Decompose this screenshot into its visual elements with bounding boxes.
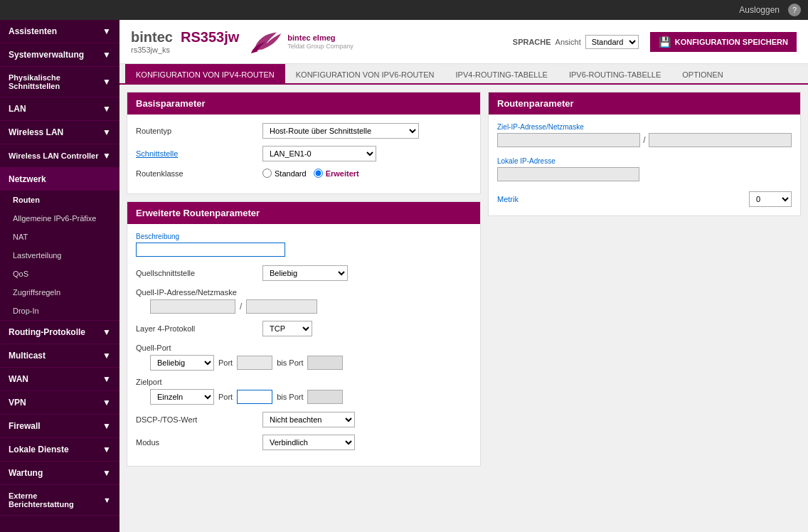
quellschnittstelle-row: Quellschnittstelle Beliebig LAN_EN1-0 WA… [136, 265, 472, 281]
tab-optionen[interactable]: OPTIONEN [671, 64, 733, 85]
basisparameter-body: Routentyp Host-Route über Schnittstelle … [127, 115, 480, 193]
quell-mask-input[interactable]: 0.0.0.0 [246, 299, 317, 314]
sidebar-section-systemverwaltung: Systemverwaltung ▼ [0, 43, 119, 67]
sidebar-section-assistenten: Assistenten ▼ [0, 20, 119, 43]
quellschnittstelle-select[interactable]: Beliebig LAN_EN1-0 WAN [262, 265, 348, 281]
schnittstelle-control: LAN_EN1-0 LAN_EN1-1 WAN [262, 146, 472, 161]
tab-bar: KONFIGURATION VON IPV4-ROUTEN KONFIGURAT… [119, 64, 808, 85]
routenklasse-erweitert-option: Erweitert [314, 169, 359, 178]
sidebar-item-vpn[interactable]: VPN ▼ [0, 391, 119, 414]
arrow-icon: ▼ [103, 496, 111, 504]
metrik-select[interactable]: 0 1 2 [749, 191, 792, 207]
save-button[interactable]: 💾 KONFIGURATION SPEICHERN [650, 32, 797, 52]
help-button[interactable]: ? [788, 4, 801, 16]
routentyp-control: Host-Route über Schnittstelle Netzwerk-R… [262, 123, 472, 139]
zielport-label: Zielport [136, 378, 257, 386]
sidebar-section-netzwerk: Netzwerk Routen Allgemeine IPv6-Präfixe … [0, 168, 119, 321]
sidebar-sub-zugriffsregeln[interactable]: Zugriffsregeln [0, 283, 119, 302]
routentyp-select[interactable]: Host-Route über Schnittstelle Netzwerk-R… [262, 123, 419, 139]
zielport-bis-input[interactable]: -1 [307, 390, 343, 404]
arrow-icon: ▼ [102, 50, 111, 60]
arrow-icon: ▼ [102, 26, 111, 36]
sidebar-section-physikalische: Physikalische Schnittstellen ▼ [0, 67, 119, 97]
quell-port-label: Quell-Port [136, 344, 257, 352]
routenparameter-panel: Routenparameter Ziel-IP-Adresse/Netzmask… [488, 92, 801, 216]
ansicht-select[interactable]: Standard [585, 35, 639, 49]
sidebar-sub-qos[interactable]: QoS [0, 265, 119, 283]
sidebar-section-lokale: Lokale Dienste ▼ [0, 438, 119, 462]
lokale-ip-label: Lokale IP-Adresse [497, 157, 792, 165]
sidebar-item-multicast[interactable]: Multicast ▼ [0, 344, 119, 367]
tab-ipv4-routen[interactable]: KONFIGURATION VON IPV4-ROUTEN [125, 64, 285, 85]
tab-ipv4-tabelle[interactable]: IPV4-ROUTING-TABELLE [445, 64, 558, 85]
content-area: bintec RS353jw rs353jw_ks bintec elmeg T… [119, 20, 808, 532]
routentyp-row: Routentyp Host-Route über Schnittstelle … [136, 123, 472, 139]
routentyp-label: Routentyp [136, 127, 257, 135]
logo-text: bintec elmeg [287, 33, 354, 43]
arrow-icon: ▼ [102, 77, 111, 87]
sidebar-item-lan[interactable]: LAN ▼ [0, 97, 119, 120]
dscp-label: DSCP-/TOS-Wert [136, 415, 257, 424]
layer4-row: Layer 4-Protokoll TCP UDP Beliebig [136, 321, 472, 336]
schnittstelle-select[interactable]: LAN_EN1-0 LAN_EN1-1 WAN [262, 146, 376, 161]
sidebar-item-firewall[interactable]: Firewall ▼ [0, 415, 119, 437]
dscp-row: DSCP-/TOS-Wert Nicht beachten AF11 AF12 [136, 412, 472, 427]
sidebar-item-wireless-lan[interactable]: Wireless LAN ▼ [0, 121, 119, 144]
sidebar-item-wireless-controller[interactable]: Wireless LAN Controller ▼ [0, 144, 119, 167]
header-brand: bintec RS353jw rs353jw_ks bintec elmeg T… [131, 28, 354, 56]
quell-port-input[interactable]: -1 [237, 356, 272, 370]
arrow-icon: ▼ [102, 445, 111, 454]
erweiterte-panel: Erweiterte Routenparameter Beschreibung … [127, 201, 481, 467]
zielport-input[interactable]: 80 [237, 390, 272, 404]
quell-ip-input[interactable]: 0.0.0.0 [150, 299, 235, 314]
sidebar-sub-allgemeine-ipv6[interactable]: Allgemeine IPv6-Präfixe [0, 209, 119, 228]
schnittstelle-row: Schnittstelle LAN_EN1-0 LAN_EN1-1 WAN [136, 146, 472, 161]
routenklasse-erweitert-radio[interactable] [314, 169, 323, 178]
sidebar-item-physikalische[interactable]: Physikalische Schnittstellen ▼ [0, 67, 119, 97]
modus-select[interactable]: Verbindlich Fallback [262, 435, 355, 450]
tab-ipv6-tabelle[interactable]: IPV6-ROUTING-TABELLE [558, 64, 671, 85]
quell-port-bis-input[interactable]: -1 [307, 356, 343, 370]
ziel-ip-label: Ziel-IP-Adresse/Netzmaske [497, 123, 792, 131]
schnittstelle-label[interactable]: Schnittstelle [136, 149, 257, 158]
routenparameter-header: Routenparameter [489, 92, 800, 115]
sidebar-sub-lastverteilung[interactable]: Lastverteilung [0, 246, 119, 265]
basisparameter-panel: Basisparameter Routentyp Host-Route über… [127, 92, 481, 194]
sidebar-item-wan[interactable]: WAN ▼ [0, 368, 119, 390]
bintec-logo: bintec elmeg Teldat Group Company [248, 28, 354, 56]
sprache-group: SPRACHE Ansicht Standard [513, 35, 639, 49]
sidebar-item-systemverwaltung[interactable]: Systemverwaltung ▼ [0, 43, 119, 66]
beschreibung-label: Beschreibung [136, 233, 472, 240]
ziel-mask-input[interactable]: 255.255.255.255 [649, 133, 792, 147]
dscp-select[interactable]: Nicht beachten AF11 AF12 [262, 412, 355, 427]
sidebar-item-lokale[interactable]: Lokale Dienste ▼ [0, 438, 119, 461]
zielport-type-select[interactable]: Beliebig Einzeln Bereich [150, 389, 214, 405]
port-label: Port [218, 358, 233, 367]
ansicht-label: Ansicht [556, 38, 581, 46]
sidebar-item-routing[interactable]: Routing-Protokolle ▼ [0, 321, 119, 344]
logout-link[interactable]: Ausloggen [739, 5, 780, 15]
beschreibung-input[interactable]: HTTP-Zugriff [136, 243, 285, 257]
tab-ipv6-routen[interactable]: KONFIGURATION VON IPV6-ROUTEN [285, 64, 445, 85]
sidebar-item-netzwerk[interactable]: Netzwerk [0, 168, 119, 191]
bis-label: bis Port [277, 358, 303, 367]
layer4-select[interactable]: TCP UDP Beliebig [262, 321, 312, 336]
logo-tagline: Teldat Group Company [287, 43, 354, 51]
layer4-control: TCP UDP Beliebig [262, 321, 472, 336]
dscp-control: Nicht beachten AF11 AF12 [262, 412, 472, 427]
sidebar-item-assistenten[interactable]: Assistenten ▼ [0, 20, 119, 43]
quell-ip-section: Quell-IP-Adresse/Netzmaske 0.0.0.0 / 0.0… [136, 288, 472, 314]
modus-label: Modus [136, 438, 257, 447]
sidebar-item-externe[interactable]: Externe Berichterstattung ▼ [0, 485, 119, 515]
sidebar-sub-routen[interactable]: Routen [0, 191, 119, 209]
lokale-ip-input[interactable]: 192.168.0.254 [497, 167, 639, 181]
sidebar-sub-nat[interactable]: NAT [0, 228, 119, 246]
sidebar-sub-drop-in[interactable]: Drop-In [0, 302, 119, 320]
sidebar-section-wireless-controller: Wireless LAN Controller ▼ [0, 144, 119, 168]
sidebar-item-wartung[interactable]: Wartung ▼ [0, 462, 119, 484]
sidebar-section-externe: Externe Berichterstattung ▼ [0, 485, 119, 516]
quell-port-section: Quell-Port Beliebig Einzeln Bereich Port… [136, 344, 472, 371]
ziel-ip-input[interactable]: 192.168.0.254 [497, 133, 640, 147]
quell-port-type-select[interactable]: Beliebig Einzeln Bereich [150, 355, 214, 371]
routenklasse-standard-radio[interactable] [262, 169, 272, 178]
